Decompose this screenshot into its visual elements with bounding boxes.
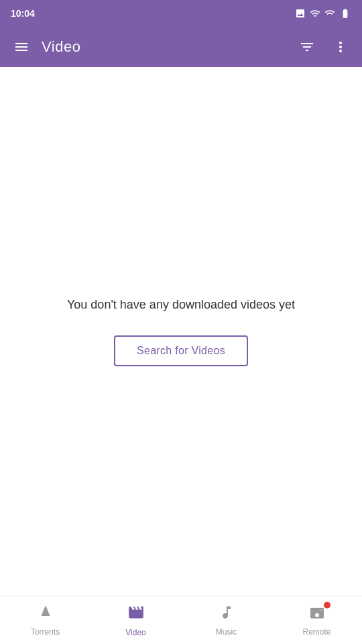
svg-rect-1 [310,608,324,610]
music-label: Music [216,627,237,637]
nav-item-music[interactable]: Music [181,596,272,644]
video-icon [127,604,145,625]
empty-state-message: You don't have any downloaded videos yet [67,297,295,313]
bottom-nav: Torrents Video Music Remote [0,596,362,644]
music-icon [219,604,235,625]
more-options-button[interactable] [327,34,354,60]
remote-notification-badge [324,602,330,608]
torrents-label: Torrents [31,627,60,637]
search-for-videos-button[interactable]: Search for Videos [114,335,248,366]
wifi-icon [310,8,320,19]
status-icons [295,8,351,19]
status-time: 10:04 [11,8,35,19]
status-time-area: 10:04 [11,8,35,19]
signal-icon [324,8,335,19]
app-bar-left: Video [8,34,80,60]
app-bar-right [294,34,354,60]
remote-label: Remote [302,627,330,637]
main-content: You don't have any downloaded videos yet… [0,67,362,596]
battery-icon [339,8,351,19]
status-bar: 10:04 [0,0,362,27]
remote-icon [309,604,325,625]
filter-button[interactable] [294,34,320,60]
app-bar: Video [0,27,362,67]
photo-icon [295,8,306,19]
nav-item-torrents[interactable]: Torrents [0,596,90,644]
nav-item-remote[interactable]: Remote [272,596,362,644]
menu-button[interactable] [8,34,35,60]
page-title: Video [42,38,80,56]
video-label: Video [125,628,145,637]
torrents-icon [38,604,54,625]
nav-item-video[interactable]: Video [90,596,181,644]
